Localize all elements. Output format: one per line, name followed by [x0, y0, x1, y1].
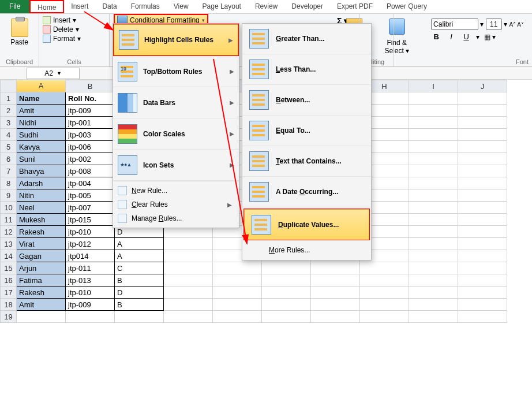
name-box[interactable]: A2 ▼: [27, 68, 80, 79]
cell-I10[interactable]: [409, 202, 458, 214]
cell-H16[interactable]: [360, 274, 409, 287]
tab-developer[interactable]: Developer: [284, 0, 330, 13]
cf-highlight-cells-rules[interactable]: Highlight Cells Rules ▶: [114, 24, 238, 55]
cell-B2[interactable]: jtp-009: [66, 105, 115, 117]
cell-A8[interactable]: Adarsh: [17, 177, 66, 189]
cell-B14[interactable]: jtp014: [66, 250, 115, 262]
cell-J13[interactable]: [458, 238, 507, 250]
row-header-14[interactable]: 14: [1, 250, 17, 262]
cell-G15[interactable]: [311, 262, 360, 274]
sub-equal-to[interactable]: Equal To...: [242, 116, 371, 146]
row-header-1[interactable]: 1: [1, 92, 17, 105]
cell-A4[interactable]: Sudhi: [17, 129, 66, 141]
cell-J9[interactable]: [458, 189, 507, 202]
cell-C17[interactable]: D: [115, 287, 164, 299]
cell-J15[interactable]: [458, 262, 507, 274]
row-header-3[interactable]: 3: [1, 117, 17, 129]
cell-J6[interactable]: [458, 153, 507, 165]
cell-E16[interactable]: [213, 274, 262, 287]
cell-H15[interactable]: [360, 262, 409, 274]
tab-view[interactable]: View: [167, 0, 196, 13]
cell-C13[interactable]: A: [115, 238, 164, 250]
cf-new-rule[interactable]: New Rule...: [115, 184, 235, 198]
cell-A15[interactable]: Arjun: [17, 262, 66, 274]
cell-I8[interactable]: [409, 177, 458, 189]
cell-B7[interactable]: jtp-008: [66, 165, 115, 177]
select-all-corner[interactable]: [1, 80, 17, 92]
tab-review[interactable]: Review: [248, 0, 284, 13]
row-header-2[interactable]: 2: [1, 105, 17, 117]
cell-A3[interactable]: Nidhi: [17, 117, 66, 129]
col-header-I[interactable]: I: [409, 80, 458, 92]
cell-F16[interactable]: [262, 274, 311, 287]
cell-I17[interactable]: [409, 287, 458, 299]
cell-G16[interactable]: [311, 274, 360, 287]
row-header-16[interactable]: 16: [1, 274, 17, 287]
cell-J19[interactable]: [458, 311, 507, 323]
cell-A16[interactable]: Fatima: [17, 274, 66, 287]
cell-D16[interactable]: [164, 274, 213, 287]
cell-D18[interactable]: [164, 299, 213, 311]
row-header-5[interactable]: 5: [1, 141, 17, 153]
cell-B9[interactable]: jtp-005: [66, 189, 115, 202]
cell-A1[interactable]: Name: [17, 92, 66, 105]
sub-between[interactable]: Between...: [242, 85, 371, 116]
row-header-12[interactable]: 12: [1, 226, 17, 238]
cell-A7[interactable]: Bhavya: [17, 165, 66, 177]
underline-button[interactable]: U: [461, 32, 471, 41]
cell-A6[interactable]: Sunil: [17, 153, 66, 165]
cell-C14[interactable]: A: [115, 250, 164, 262]
font-name-input[interactable]: [431, 18, 478, 30]
cell-I11[interactable]: [409, 214, 458, 226]
cell-D17[interactable]: [164, 287, 213, 299]
cell-I13[interactable]: [409, 238, 458, 250]
cell-C15[interactable]: C: [115, 262, 164, 274]
col-header-B[interactable]: B: [66, 80, 115, 92]
cell-B5[interactable]: jtp-006: [66, 141, 115, 153]
border-icon[interactable]: ▦ ▾: [484, 33, 496, 41]
cell-F18[interactable]: [262, 299, 311, 311]
row-header-11[interactable]: 11: [1, 214, 17, 226]
cell-J12[interactable]: [458, 226, 507, 238]
sub-greater-than[interactable]: Greater Than...: [242, 24, 371, 54]
cell-F15[interactable]: [262, 262, 311, 274]
cell-G18[interactable]: [311, 299, 360, 311]
cell-I5[interactable]: [409, 141, 458, 153]
cell-D14[interactable]: [164, 250, 213, 262]
cell-J18[interactable]: [458, 299, 507, 311]
cell-C19[interactable]: [115, 311, 164, 323]
cell-J2[interactable]: [458, 105, 507, 117]
cell-I18[interactable]: [409, 299, 458, 311]
cell-I14[interactable]: [409, 250, 458, 262]
cell-A12[interactable]: Rakesh: [17, 226, 66, 238]
cell-A5[interactable]: Kavya: [17, 141, 66, 153]
cell-I19[interactable]: [409, 311, 458, 323]
cell-B8[interactable]: jtp-004: [66, 177, 115, 189]
cell-J4[interactable]: [458, 129, 507, 141]
cell-B16[interactable]: jtp-013: [66, 274, 115, 287]
cell-J7[interactable]: [458, 165, 507, 177]
cell-B18[interactable]: jtp-009: [66, 299, 115, 311]
bold-button[interactable]: B: [431, 32, 441, 41]
cell-B4[interactable]: jtp-003: [66, 129, 115, 141]
row-header-8[interactable]: 8: [1, 177, 17, 189]
tab-home[interactable]: Home: [29, 0, 64, 13]
sub-date-occurring[interactable]: A Date Occurring...: [242, 177, 371, 207]
cell-A13[interactable]: Virat: [17, 238, 66, 250]
cell-A14[interactable]: Gagan: [17, 250, 66, 262]
cells-insert[interactable]: Insert ▾: [43, 16, 106, 24]
cell-A10[interactable]: Neel: [17, 202, 66, 214]
cell-D19[interactable]: [164, 311, 213, 323]
row-header-6[interactable]: 6: [1, 153, 17, 165]
cells-format[interactable]: Format ▾: [43, 35, 106, 43]
row-header-17[interactable]: 17: [1, 287, 17, 299]
cell-H19[interactable]: [360, 311, 409, 323]
row-header-9[interactable]: 9: [1, 189, 17, 202]
sub-duplicate-values[interactable]: Duplicate Values...: [244, 209, 369, 240]
cells-delete[interactable]: Delete ▾: [43, 25, 106, 34]
cell-A11[interactable]: Mukesh: [17, 214, 66, 226]
cell-I16[interactable]: [409, 274, 458, 287]
cell-J17[interactable]: [458, 287, 507, 299]
col-header-J[interactable]: J: [458, 80, 507, 92]
cell-I2[interactable]: [409, 105, 458, 117]
